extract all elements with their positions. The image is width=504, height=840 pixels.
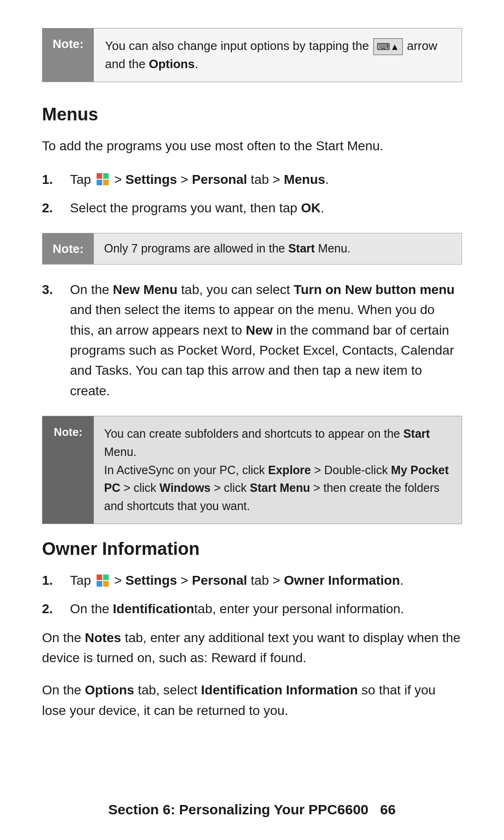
menus-step-1: 1. Tap > Settings > Personal tab > Menus…: [42, 169, 462, 189]
svg-rect-5: [103, 574, 109, 580]
step1-personal: Personal: [192, 172, 247, 187]
para2-tab-select: tab, select: [138, 683, 197, 697]
svg-rect-6: [97, 581, 102, 587]
step3-new-menu: New Menu: [113, 282, 177, 297]
menus-step3-list: 3. On the New Menu tab, you can select T…: [42, 280, 462, 401]
menus-inline-note: Note: Only 7 programs are allowed in the…: [42, 233, 462, 265]
step2-text-before: Select the programs you want, then tap: [70, 201, 297, 215]
owner-step1-personal: Personal: [192, 573, 247, 588]
owner-step1-tap: Tap: [70, 573, 95, 588]
bottom-note-explore: Explore: [268, 463, 311, 476]
owner-step1-tab: tab >: [247, 573, 284, 588]
top-note-box: Note: You can also change input options …: [42, 28, 462, 82]
menus-bottom-note: Note: You can create subfolders and shor…: [42, 416, 462, 524]
page-footer: Section 6: Personalizing Your PPC6600 66: [0, 802, 504, 818]
menus-heading: Menus: [42, 105, 462, 125]
menus-step-3: 3. On the New Menu tab, you can select T…: [42, 280, 462, 401]
top-note-options-end: .: [195, 57, 198, 71]
para1-notes-bold: Notes: [85, 630, 121, 645]
step3-turn-on: Turn on New button menu: [294, 282, 455, 297]
menus-intro: To add the programs you use most often t…: [42, 136, 462, 156]
svg-rect-4: [97, 574, 102, 580]
bottom-note-gt4: >: [310, 481, 324, 494]
bottom-note-start-menu: Start Menu: [250, 481, 310, 494]
step2-number: 2.: [42, 198, 53, 218]
owner-step2-number: 2.: [42, 599, 53, 619]
svg-rect-1: [103, 173, 109, 179]
svg-rect-0: [97, 173, 102, 179]
owner-step-list: 1. Tap > Settings > Personal tab > Owner…: [42, 570, 462, 619]
bottom-note-gt2: > click: [120, 481, 160, 494]
bottom-note-line1-after: Menu.In ActiveSync on your PC, click: [104, 445, 268, 476]
owner-step1-gt2: >: [177, 573, 192, 588]
step1-tap: Tap: [70, 172, 95, 187]
menus-step-list: 1. Tap > Settings > Personal tab > Menus…: [42, 169, 462, 218]
step1-settings: Settings: [126, 172, 177, 187]
owner-step-2: 2. On the Identificationtab, enter your …: [42, 599, 462, 619]
owner-step1-period: .: [400, 573, 404, 588]
bottom-note-gt3: > click: [210, 481, 250, 494]
owner-step2-on-the: On the: [70, 602, 113, 616]
svg-rect-3: [103, 180, 109, 185]
bottom-note-line1-before: You can create subfolders and shortcuts …: [104, 427, 403, 440]
inline-note-before: Only 7 programs are allowed in the: [104, 242, 285, 255]
owner-windows-flag-icon: [96, 574, 109, 587]
bottom-note-start: Start: [403, 427, 430, 440]
menus-bottom-note-label: Note:: [42, 416, 94, 524]
menus-bottom-note-content: You can create subfolders and shortcuts …: [94, 416, 462, 524]
para2-ident-info: Identification Information: [201, 683, 358, 697]
owner-step1-number: 1.: [42, 570, 53, 590]
menus-step-2: 2. Select the programs you want, then ta…: [42, 198, 462, 218]
owner-step1-oi: Owner Information: [284, 573, 400, 588]
step1-gt1: >: [114, 172, 126, 187]
page-content: Note: You can also change input options …: [0, 0, 504, 789]
owner-para2: On the Options tab, select Identificatio…: [42, 680, 462, 721]
step1-tab: tab >: [247, 172, 284, 187]
svg-rect-7: [103, 581, 109, 587]
para1-on-the: On the: [42, 630, 81, 645]
bottom-note-windows: Windows: [160, 481, 211, 494]
inline-note-start: Start: [288, 242, 315, 255]
top-note-text-before: You can also change input options by tap…: [105, 39, 369, 53]
step1-number: 1.: [42, 169, 53, 189]
step3-tab-text: tab, you can select: [177, 282, 294, 297]
owner-step1-gt1: >: [114, 573, 126, 588]
owner-heading: Owner Information: [42, 539, 462, 559]
owner-step2-ident: Identification: [113, 602, 194, 616]
svg-rect-2: [97, 180, 102, 185]
windows-flag-icon: [96, 173, 109, 186]
step1-period: .: [325, 172, 329, 187]
step1-gt2: >: [177, 172, 192, 187]
para2-options-bold: Options: [85, 683, 134, 697]
owner-step1-settings: Settings: [126, 573, 177, 588]
top-note-label: Note:: [42, 28, 94, 82]
owner-step-1: 1. Tap > Settings > Personal tab > Owner…: [42, 570, 462, 590]
step3-new-bold: New: [246, 323, 273, 337]
owner-step2-after: tab, enter your personal information.: [194, 602, 404, 616]
owner-para1: On the Notes tab, enter any additional t…: [42, 628, 462, 668]
top-note-options-bold: Options: [149, 57, 195, 71]
menus-inline-note-label: Note:: [42, 233, 94, 264]
inline-note-after: Menu.: [318, 242, 350, 255]
step3-number: 3.: [42, 280, 53, 300]
top-note-content: You can also change input options by tap…: [94, 28, 462, 82]
step2-period: .: [321, 201, 324, 215]
step3-on-the: On the: [70, 282, 113, 297]
keyboard-icon: ⌨▲: [373, 38, 403, 55]
step2-ok: OK: [301, 201, 321, 215]
para2-on-the: On the: [42, 683, 81, 697]
step1-menus: Menus: [284, 172, 325, 187]
menus-inline-note-content: Only 7 programs are allowed in the Start…: [94, 233, 361, 264]
footer-page: 66: [380, 802, 396, 817]
footer-text: Section 6: Personalizing Your PPC6600: [108, 802, 368, 817]
bottom-note-gt1: > Double-click: [311, 463, 391, 476]
